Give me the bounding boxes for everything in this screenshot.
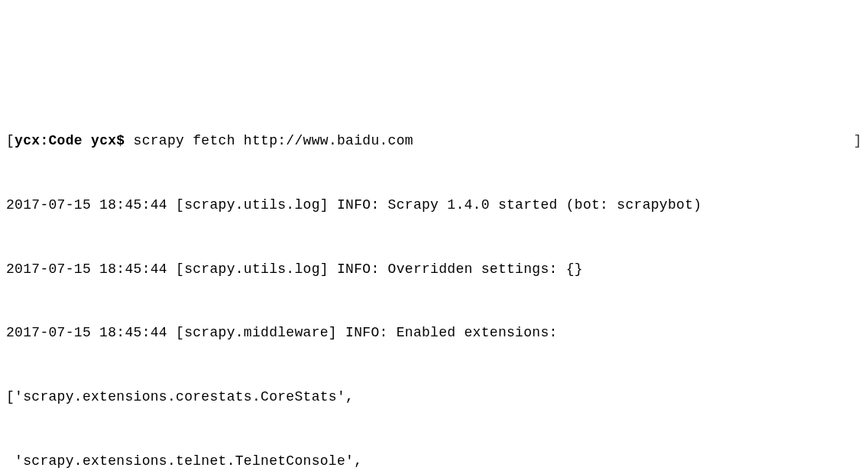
log-line: 2017-07-15 18:45:44 [scrapy.utils.log] I… — [6, 195, 862, 216]
bracket-close: ] — [853, 131, 862, 152]
log-line: 2017-07-15 18:45:44 [scrapy.utils.log] I… — [6, 259, 862, 281]
terminal-command: scrapy fetch http://www.baidu.com — [125, 133, 413, 148]
terminal-prompt-line: [ycx:Code ycx$ scrapy fetch http://www.b… — [6, 131, 862, 152]
terminal-output: [ycx:Code ycx$ scrapy fetch http://www.b… — [6, 89, 862, 474]
terminal-prompt: ycx:Code ycx$ — [15, 133, 125, 148]
log-line: ['scrapy.extensions.corestats.CoreStats'… — [6, 387, 862, 408]
bracket-open: [ — [6, 133, 15, 148]
log-line: 'scrapy.extensions.telnet.TelnetConsole'… — [6, 451, 862, 472]
log-line: 2017-07-15 18:45:44 [scrapy.middleware] … — [6, 323, 862, 344]
